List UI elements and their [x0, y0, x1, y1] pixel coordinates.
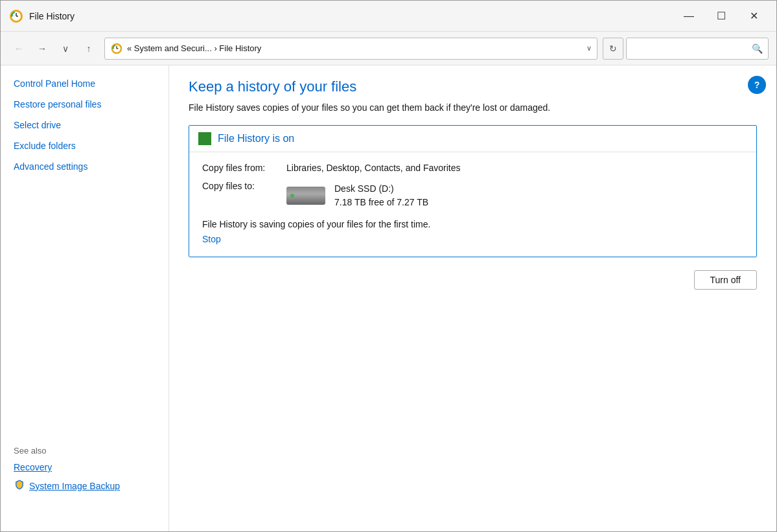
system-image-backup-label: System Image Backup — [29, 481, 120, 491]
copy-to-label: Copy files to: — [202, 181, 286, 209]
window-controls: — ☐ ✕ — [674, 6, 769, 27]
title-bar: File History — ☐ ✕ — [1, 1, 776, 32]
status-indicator — [198, 132, 211, 145]
turn-off-row: Turn off — [189, 270, 757, 290]
drive-icon — [286, 187, 325, 205]
sidebar-item-restore-personal-files[interactable]: Restore personal files — [14, 99, 156, 110]
sidebar-item-exclude-folders[interactable]: Exclude folders — [14, 141, 156, 151]
copy-from-value: Libraries, Desktop, Contacts, and Favori… — [286, 163, 460, 173]
up-button[interactable]: ↑ — [78, 38, 99, 59]
sidebar: Control Panel Home Restore personal file… — [1, 65, 169, 531]
search-input[interactable] — [632, 43, 752, 53]
saving-info: File History is saving copies of your fi… — [202, 218, 743, 246]
sidebar-item-recovery[interactable]: Recovery — [14, 462, 120, 472]
address-chevron-icon[interactable]: ∨ — [586, 44, 592, 52]
see-also-label: See also — [14, 446, 120, 456]
turn-off-button[interactable]: Turn off — [694, 270, 757, 290]
main-window: File History — ☐ ✕ ← → ∨ ↑ « System and … — [0, 0, 777, 532]
drive-space: 7.18 TB free of 7.27 TB — [334, 196, 428, 209]
back-button[interactable]: ← — [8, 38, 29, 59]
address-bar-icon — [110, 42, 123, 55]
dropdown-button[interactable]: ∨ — [55, 38, 76, 59]
drive-text: Desk SSD (D:) 7.18 TB free of 7.27 TB — [334, 182, 428, 209]
main-content: ? Keep a history of your files File Hist… — [169, 65, 776, 531]
app-icon — [8, 8, 24, 24]
copy-from-label: Copy files from: — [202, 163, 286, 173]
forward-button[interactable]: → — [32, 38, 52, 59]
page-description: File History saves copies of your files … — [189, 102, 757, 115]
copy-to-row: Copy files to: Desk SSD (D:) 7.18 TB fre… — [202, 181, 743, 209]
address-bar[interactable]: « System and Securi... › File History ∨ — [104, 38, 597, 60]
drive-info: Desk SSD (D:) 7.18 TB free of 7.27 TB — [286, 182, 428, 209]
page-heading: Keep a history of your files — [189, 78, 757, 95]
copy-from-row: Copy files from: Libraries, Desktop, Con… — [202, 163, 743, 173]
sidebar-item-advanced-settings[interactable]: Advanced settings — [14, 161, 156, 172]
search-icon[interactable]: 🔍 — [752, 43, 763, 54]
search-bar[interactable]: 🔍 — [626, 38, 769, 60]
status-body: Copy files from: Libraries, Desktop, Con… — [189, 152, 756, 257]
drive-name: Desk SSD (D:) — [334, 182, 428, 196]
window-title: File History — [29, 11, 674, 21]
stop-link[interactable]: Stop — [202, 233, 221, 246]
maximize-button[interactable]: ☐ — [706, 6, 736, 27]
recovery-label: Recovery — [14, 462, 52, 472]
close-button[interactable]: ✕ — [739, 6, 769, 27]
shield-icon — [14, 479, 25, 492]
status-header: File History is on — [189, 126, 756, 152]
saving-message: File History is saving copies of your fi… — [202, 219, 430, 229]
address-text: « System and Securi... › File History — [127, 43, 583, 53]
minimize-button[interactable]: — — [674, 6, 704, 27]
help-button[interactable]: ? — [748, 76, 766, 94]
content-area: Control Panel Home Restore personal file… — [1, 65, 776, 531]
sidebar-item-select-drive[interactable]: Select drive — [14, 120, 156, 130]
sidebar-item-control-panel-home[interactable]: Control Panel Home — [14, 78, 156, 89]
see-also-section: See also Recovery System Image Backup — [14, 433, 120, 492]
sidebar-item-system-image-backup[interactable]: System Image Backup — [14, 479, 120, 492]
status-title: File History is on — [218, 133, 294, 145]
refresh-button[interactable]: ↻ — [603, 38, 623, 60]
status-box: File History is on Copy files from: Libr… — [189, 125, 757, 257]
navigation-bar: ← → ∨ ↑ « System and Securi... › File Hi… — [1, 32, 776, 65]
